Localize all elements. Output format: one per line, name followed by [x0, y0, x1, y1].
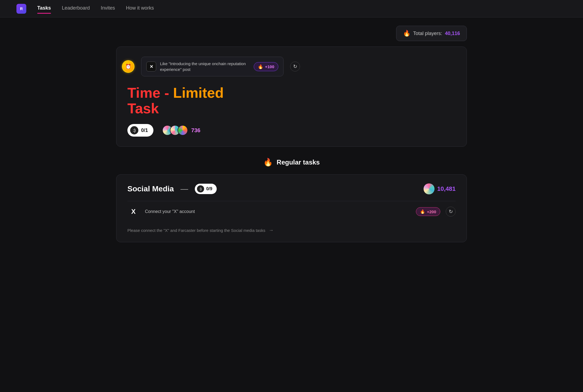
social-avatar	[424, 183, 435, 194]
section-fire-icon: 🔥	[263, 158, 273, 167]
time-limited-card: ⏰ ✕ Like "Introducing the unique onchain…	[116, 47, 467, 147]
stats-row: :) 0/1 736	[127, 124, 456, 137]
social-card-title: Social Media	[127, 185, 174, 193]
social-points-value: +200	[427, 209, 436, 214]
progress-bar-area: ⏰	[127, 60, 135, 73]
social-progress-text: 0/9	[206, 186, 212, 191]
social-card-header: Social Media — :) 0/9 10,481	[127, 183, 456, 194]
task-points-pill: 🔥 +100	[254, 62, 278, 71]
points-value: +100	[265, 64, 274, 69]
x-platform-icon: ✕	[146, 62, 156, 71]
total-players-label: Total players:	[413, 31, 442, 36]
social-refresh-button[interactable]: ↻	[446, 207, 456, 217]
nav-item-how-it-works[interactable]: How it works	[126, 5, 154, 12]
title-task-part: Task	[127, 100, 159, 116]
task-progress-text: 0/1	[141, 128, 148, 133]
title-orange-part: Limited	[173, 85, 224, 101]
regular-tasks-header: 🔥 Regular tasks	[116, 158, 467, 167]
points-fire-icon: 🔥	[258, 64, 263, 69]
x-account-icon: X	[127, 206, 139, 218]
social-progress-dot: :)	[197, 185, 204, 192]
section-title: Regular tasks	[277, 158, 320, 166]
social-participants-count: 10,481	[424, 183, 456, 194]
social-count-text: 10,481	[437, 185, 456, 192]
refresh-button[interactable]: ↻	[290, 62, 300, 71]
social-points-pill: 🔥 +200	[416, 207, 440, 216]
total-players-badge: 🔥 Total players: 40,116	[396, 26, 467, 41]
participants-avatars: 736	[162, 125, 200, 136]
title-red-part: Time -	[127, 85, 173, 101]
social-task-row: X Connect your "X" account 🔥 +200 ↻	[127, 201, 456, 222]
participants-count: 736	[191, 127, 200, 134]
task-text-block: Connect your "X" account	[145, 209, 410, 214]
app-logo: R	[16, 4, 26, 14]
task-progress-pill: :) 0/1	[127, 124, 153, 137]
progress-row: ⏰ ✕ Like "Introducing the unique onchain…	[127, 57, 456, 76]
task-notification-text: Like "Introducing the unique onchain rep…	[160, 61, 250, 72]
time-limited-title: Time - Limited Task	[127, 85, 456, 116]
connect-x-text: Connect your "X" account	[145, 209, 195, 214]
progress-ball: ⏰	[122, 60, 135, 73]
navigation: R Tasks Leaderboard Invites How it works	[0, 0, 583, 18]
avatar-3	[178, 125, 188, 136]
arrow-right-icon: →	[269, 227, 274, 233]
task-notification: ✕ Like "Introducing the unique onchain r…	[141, 57, 284, 76]
dash-separator: —	[181, 185, 188, 193]
social-media-card: Social Media — :) 0/9 10,481 X Connect y…	[116, 174, 467, 242]
main-content: 🔥 Total players: 40,116 ⏰ ✕ Like "Introd…	[100, 18, 483, 250]
total-players-count: 40,116	[445, 31, 460, 36]
clock-emoji: ⏰	[125, 64, 131, 70]
social-card-footer: Please connect the "X" and Farcaster bef…	[127, 227, 456, 233]
social-progress-pill: :) 0/9	[195, 184, 217, 194]
fire-icon: 🔥	[403, 30, 410, 37]
footer-text: Please connect the "X" and Farcaster bef…	[127, 228, 265, 233]
progress-dot-icon: :)	[130, 126, 138, 134]
nav-item-leaderboard[interactable]: Leaderboard	[62, 5, 90, 12]
nav-item-tasks[interactable]: Tasks	[37, 5, 51, 12]
avatar-stack	[162, 125, 188, 136]
nav-item-invites[interactable]: Invites	[101, 5, 115, 12]
social-fire-icon: 🔥	[420, 209, 425, 214]
